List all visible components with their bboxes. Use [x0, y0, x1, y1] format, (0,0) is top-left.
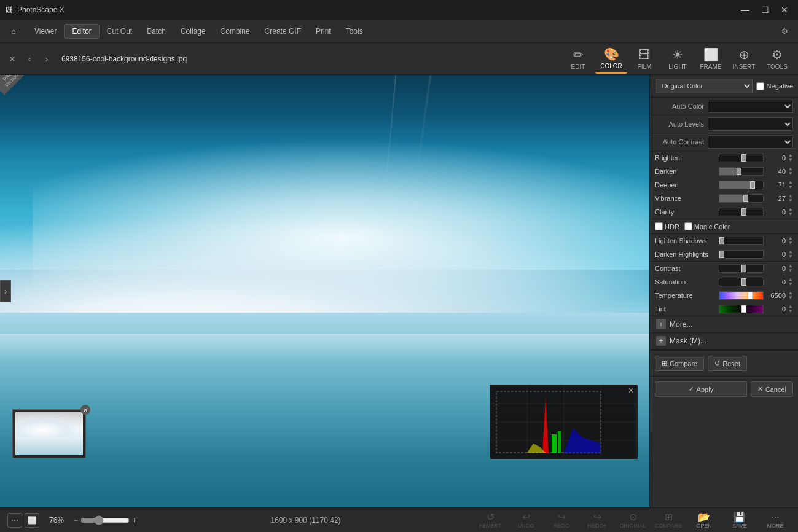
deepen-slider[interactable] [719, 181, 764, 189]
auto-contrast-dropdown[interactable] [708, 135, 793, 149]
tool-frame[interactable]: ⬜ FRAME [695, 44, 727, 74]
lighten-shadows-slider[interactable] [719, 237, 764, 245]
menu-item-batch[interactable]: Batch [139, 25, 173, 38]
menu-item-collage[interactable]: Collage [173, 25, 213, 38]
settings-icon[interactable]: ⚙ [776, 23, 793, 40]
compare-button[interactable]: ⊞ Compare [655, 356, 704, 371]
auto-levels-dropdown[interactable] [708, 117, 793, 131]
contrast-slider[interactable] [719, 264, 764, 273]
negative-checkbox[interactable] [756, 82, 764, 90]
vibrance-arrows[interactable]: ▲▼ [788, 194, 793, 203]
tool-edit[interactable]: ✏ EDIT [562, 44, 594, 74]
crop-tool[interactable]: ⬜ [25, 513, 39, 528]
histogram-close-button[interactable]: ✕ [628, 386, 634, 395]
temperature-arrows[interactable]: ▲▼ [788, 291, 793, 300]
darken-slider[interactable] [719, 167, 764, 176]
tool-light[interactable]: ☀ LIGHT [662, 44, 694, 74]
zoom-percent: 76% [49, 516, 64, 525]
brighten-arrows[interactable]: ▲▼ [788, 153, 793, 163]
next-file-button[interactable]: › [39, 52, 54, 66]
menu-item-combine[interactable]: Combine [213, 25, 257, 38]
contrast-arrows[interactable]: ▲▼ [788, 264, 793, 273]
histogram-chart [490, 385, 638, 459]
compare-bottom-button[interactable]: ⊞ COMPARE [653, 511, 684, 529]
mask-button[interactable]: + Mask (M)... [650, 333, 798, 350]
zoom-range-input[interactable] [80, 515, 130, 525]
apply-button[interactable]: ✓ Apply [655, 381, 747, 397]
tint-arrows[interactable]: ▲▼ [788, 304, 793, 314]
prev-file-button[interactable]: ‹ [22, 52, 37, 66]
toolbar: ✕ ‹ › 6938156-cool-background-designs.jp… [0, 43, 798, 75]
close-window-button[interactable]: ✕ [776, 1, 793, 18]
reset-button[interactable]: ↺ Reset [708, 356, 747, 371]
menu-item-tools[interactable]: Tools [338, 25, 370, 38]
reset-icon: ↺ [714, 359, 720, 367]
tool-color[interactable]: 🎨 COLOR [595, 44, 627, 74]
selection-tools: ⋯ ⬜ [7, 513, 39, 528]
thumbnail-close-button[interactable]: ✕ [80, 405, 90, 415]
tool-insert-label: INSERT [733, 63, 756, 70]
menu-item-creategif[interactable]: Create GIF [257, 25, 308, 38]
redo-plus-button[interactable]: ↪ REDO+ [582, 511, 612, 529]
auto-color-dropdown[interactable] [708, 100, 793, 113]
save-button[interactable]: 💾 SAVE [724, 511, 755, 529]
tool-color-label: COLOR [600, 63, 622, 69]
darken-highlights-arrows[interactable]: ▲▼ [788, 249, 793, 259]
contrast-value: 0 [766, 265, 786, 272]
vibrance-value: 27 [766, 195, 786, 202]
zoom-plus-icon[interactable]: + [132, 516, 136, 525]
minimize-button[interactable]: — [737, 1, 754, 18]
preset-dropdown[interactable]: Original Color [655, 79, 753, 93]
tool-insert[interactable]: ⊕ INSERT [728, 44, 760, 74]
saturation-slider[interactable] [719, 278, 764, 286]
home-icon[interactable]: ⌂ [5, 23, 22, 40]
canvas-area[interactable]: PROVersion › ✕ ✕ [0, 75, 649, 507]
darken-highlights-slider[interactable] [719, 250, 764, 259]
title-controls: — ☐ ✕ [737, 1, 793, 18]
scroll-left-arrow[interactable]: › [0, 280, 11, 302]
deepen-arrows[interactable]: ▲▼ [788, 180, 793, 190]
selection-dots-tool[interactable]: ⋯ [7, 513, 22, 528]
clarity-arrows[interactable]: ▲▼ [788, 207, 793, 217]
maximize-button[interactable]: ☐ [756, 1, 773, 18]
zoom-minus-icon[interactable]: − [74, 516, 78, 525]
app-title: PhotoScape X [17, 6, 65, 14]
original-button[interactable]: ⊙ ORIGINAL [617, 511, 648, 529]
color-icon: 🎨 [604, 47, 619, 61]
film-icon: 🎞 [638, 48, 651, 62]
brighten-slider[interactable] [719, 154, 764, 162]
more-button[interactable]: + More... [650, 316, 798, 333]
temperature-slider[interactable] [719, 291, 764, 300]
lighten-shadows-arrows[interactable]: ▲▼ [788, 236, 793, 246]
menu-item-print[interactable]: Print [308, 25, 338, 38]
zoom-slider: − + [74, 515, 136, 525]
revert-button[interactable]: ↺ REVERT [475, 511, 506, 529]
vibrance-slider[interactable] [719, 194, 764, 203]
tool-tools[interactable]: ⚙ TOOLS [761, 44, 793, 74]
auto-contrast-row: Auto Contrast [650, 133, 798, 151]
deepen-label: Deepen [655, 181, 716, 189]
more-bottom-button[interactable]: ··· MORE [760, 512, 791, 529]
magic-color-checkbox[interactable] [684, 222, 692, 230]
undo-button[interactable]: ↩ UNDO [510, 511, 541, 529]
darken-arrows[interactable]: ▲▼ [788, 166, 793, 176]
tool-film[interactable]: 🎞 FILM [628, 44, 660, 74]
close-file-button[interactable]: ✕ [5, 52, 20, 66]
saturation-arrows[interactable]: ▲▼ [788, 277, 793, 287]
edit-icon: ✏ [573, 47, 584, 62]
tool-tools-label: TOOLS [767, 63, 788, 70]
cancel-button[interactable]: ✕ Cancel [751, 381, 793, 397]
menu-item-viewer[interactable]: Viewer [27, 25, 64, 38]
tint-slider[interactable] [719, 305, 764, 313]
cancel-x-icon: ✕ [757, 385, 763, 393]
open-button[interactable]: 📂 OPEN [689, 511, 719, 529]
title-left: 🖼 PhotoScape X [5, 6, 65, 14]
menu-item-editor[interactable]: Editor [64, 24, 99, 39]
menu-item-cutout[interactable]: Cut Out [100, 25, 139, 38]
tool-film-label: FILM [638, 63, 652, 70]
clarity-slider[interactable] [719, 208, 764, 216]
redo-button[interactable]: ↪ REDO [546, 511, 577, 529]
hdr-checkbox[interactable] [655, 222, 663, 230]
save-icon: 💾 [733, 511, 746, 523]
hdr-check-label: HDR [655, 222, 679, 230]
